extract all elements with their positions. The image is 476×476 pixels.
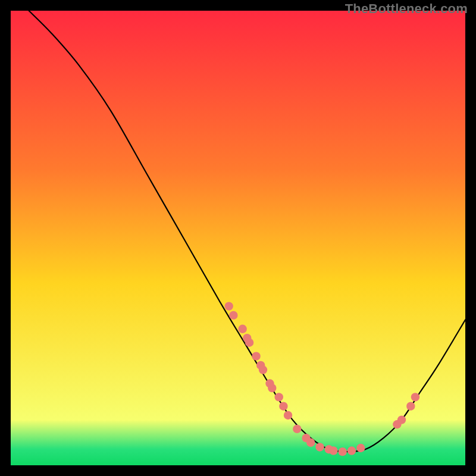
data-point [339, 447, 347, 456]
data-point [279, 402, 287, 410]
data-point [411, 393, 419, 401]
plot-area [11, 11, 465, 465]
chart-stage: TheBottleneck.com [0, 0, 476, 476]
data-point [293, 425, 301, 433]
data-point [275, 393, 283, 401]
gradient-background [11, 11, 465, 465]
data-point [315, 443, 324, 451]
attribution-label: TheBottleneck.com [345, 1, 468, 17]
data-point [347, 446, 356, 455]
data-point [229, 311, 237, 320]
data-point [356, 444, 365, 452]
data-point [284, 411, 292, 419]
data-point [406, 402, 415, 410]
data-point [259, 365, 267, 374]
data-point [306, 439, 315, 447]
data-point [329, 446, 337, 455]
data-point [397, 415, 406, 424]
plot-svg [11, 11, 465, 465]
data-point [225, 302, 233, 310]
data-point [252, 352, 260, 360]
data-point [268, 384, 276, 392]
data-point [245, 339, 253, 347]
data-point [238, 325, 246, 333]
